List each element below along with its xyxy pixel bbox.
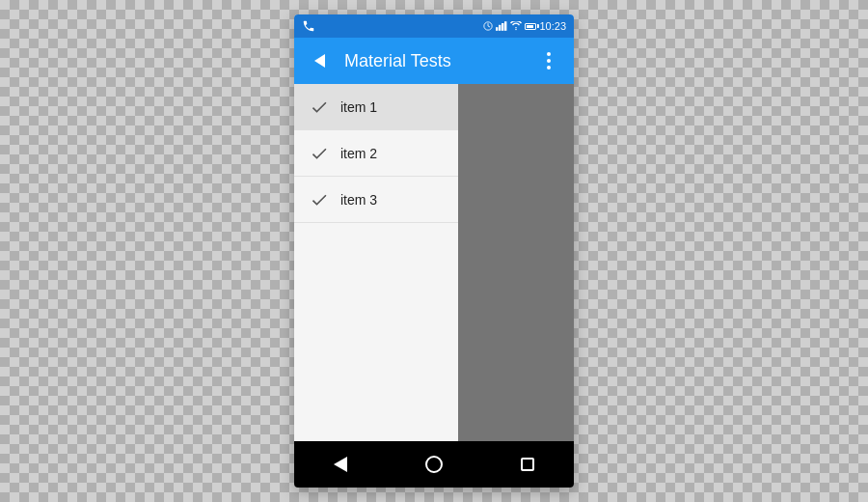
signal-icon <box>496 21 507 31</box>
phone-icon <box>302 19 315 33</box>
item-1-text: item 1 <box>340 99 377 115</box>
status-bar-left <box>302 19 317 33</box>
nav-recents-button[interactable] <box>508 445 547 484</box>
item-3-text: item 3 <box>340 192 377 208</box>
nav-back-button[interactable] <box>321 445 360 484</box>
list-panel: item 1 item 2 item 3 <box>294 84 458 441</box>
app-bar: Material Tests <box>294 38 574 84</box>
check-icon-3 <box>310 190 329 209</box>
nav-home-icon <box>425 456 443 473</box>
nav-home-button[interactable] <box>415 445 453 484</box>
status-time: 10:23 <box>539 20 566 32</box>
overflow-dots-icon <box>547 52 551 70</box>
wifi-icon <box>510 21 522 31</box>
svg-rect-2 <box>499 25 501 31</box>
back-button[interactable] <box>302 43 337 78</box>
list-item[interactable]: item 2 <box>294 130 458 177</box>
nav-back-icon <box>334 457 347 472</box>
overflow-menu-button[interactable] <box>531 43 566 78</box>
back-arrow-icon <box>314 54 325 68</box>
svg-rect-3 <box>502 23 503 31</box>
app-bar-title: Material Tests <box>344 51 531 71</box>
nav-recents-icon <box>521 458 534 471</box>
content-area: item 1 item 2 item 3 <box>294 84 574 441</box>
status-bar-right: 10:23 <box>483 20 566 32</box>
phone-frame: 10:23 Material Tests item 1 <box>294 14 574 488</box>
list-item[interactable]: item 3 <box>294 177 458 223</box>
check-icon-1 <box>310 98 329 117</box>
svg-rect-1 <box>496 27 498 31</box>
clock-icon <box>483 21 493 31</box>
right-panel <box>458 84 574 441</box>
nav-bar <box>294 441 574 488</box>
svg-rect-4 <box>504 21 506 31</box>
check-icon-2 <box>310 144 329 163</box>
item-2-text: item 2 <box>340 146 377 161</box>
svg-point-5 <box>516 29 518 31</box>
battery-icon <box>525 23 536 30</box>
list-item[interactable]: item 1 <box>294 84 458 130</box>
status-bar: 10:23 <box>294 14 574 38</box>
